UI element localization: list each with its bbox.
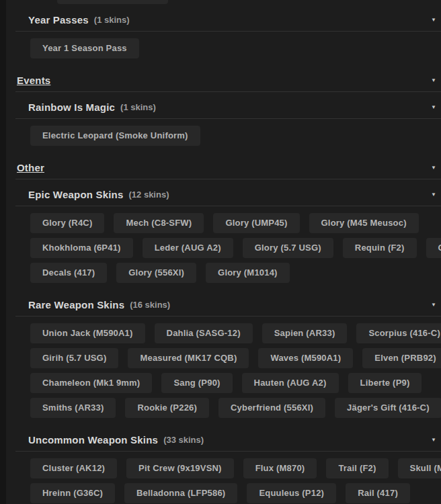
section-skin-count: (33 skins): [163, 435, 204, 445]
skin-button-group: Union Jack (M590A1)Dahlia (SASG-12)Sapie…: [6, 323, 441, 418]
skin-button-flux-m870[interactable]: Flux (M870): [243, 458, 317, 478]
skin-button-glory-ump45[interactable]: Glory (UMP45): [213, 213, 299, 233]
skin-button-scorpius-416-c[interactable]: Scorpius (416-C): [356, 323, 441, 343]
skin-button-group: Electric Leopard (Smoke Uniform): [6, 126, 441, 146]
skin-row: Cluster (AK12)Pit Crew (9x19VSN)Flux (M8…: [30, 458, 441, 478]
section-divider: [15, 179, 441, 179]
section-skin-count: (12 skins): [129, 190, 169, 200]
section-year-passes: Year Passes(1 skins)▼Year 1 Season Pass: [6, 14, 441, 58]
skin-row: Year 1 Season Pass: [30, 38, 441, 58]
chevron-down-icon[interactable]: ▼: [431, 105, 436, 110]
skin-button-glory-5-7-usg[interactable]: Glory (5.7 USG): [243, 238, 333, 258]
cut-off-skin-button[interactable]: [57, 0, 168, 4]
section-events: Events▼: [6, 75, 441, 92]
skin-button-khokhloma-6p41[interactable]: Khokhloma (6P41): [30, 238, 133, 258]
skin-button-year-1-season-pass[interactable]: Year 1 Season Pass: [30, 38, 139, 58]
skin-button-sapien-ar33[interactable]: Sapien (AR33): [262, 323, 348, 343]
skin-row: Glory (R4C)Mech (C8-SFW)Glory (UMP45)Glo…: [30, 213, 441, 233]
skin-button-glory-g36c[interactable]: Glory (G36C): [426, 238, 441, 258]
section-header-epic-weapon-skins[interactable]: Epic Weapon Skins(12 skins)▼: [6, 189, 441, 200]
skin-button-belladonna-lfp586[interactable]: Belladonna (LFP586): [124, 483, 237, 503]
skin-row: Girih (5.7 USG)Measured (MK17 CQB)Waves …: [30, 348, 441, 368]
section-divider: [15, 206, 441, 206]
section-title: Year Passes: [28, 14, 89, 26]
skin-row: Khokhloma (6P41)Leder (AUG A2)Glory (5.7…: [30, 238, 441, 258]
skin-button-cyberfriend-556xi[interactable]: Cyberfriend (556XI): [218, 398, 325, 418]
skin-button-liberte-p9[interactable]: Liberte (P9): [348, 373, 422, 393]
skin-button-smiths-ar33[interactable]: Smiths (AR33): [30, 398, 116, 418]
skin-button-equuleus-p12[interactable]: Equuleus (P12): [247, 483, 336, 503]
section-skin-count: (16 skins): [130, 300, 170, 310]
skin-button-group: Cluster (AK12)Pit Crew (9x19VSN)Flux (M8…: [6, 458, 441, 503]
section-uncommon-weapon-skins: Uncommon Weapon Skins(33 skins)▼Cluster …: [6, 434, 441, 503]
skin-button-requin-f2[interactable]: Requin (F2): [343, 238, 417, 258]
section-title: Rainbow Is Magic: [28, 101, 115, 113]
skin-button-leder-aug-a2[interactable]: Leder (AUG A2): [143, 238, 233, 258]
skin-button-measured-mk17-cqb[interactable]: Measured (MK17 CQB): [128, 348, 249, 368]
skin-button-glory-m45-meusoc[interactable]: Glory (M45 Meusoc): [309, 213, 419, 233]
skin-row: Union Jack (M590A1)Dahlia (SASG-12)Sapie…: [30, 323, 441, 343]
section-divider: [15, 316, 441, 317]
section-rare-weapon-skins: Rare Weapon Skins(16 skins)▼Union Jack (…: [6, 299, 441, 418]
section-title: Other: [17, 162, 44, 173]
section-header-year-passes[interactable]: Year Passes(1 skins)▼: [6, 14, 441, 26]
section-header-rainbow-is-magic[interactable]: Rainbow Is Magic(1 skins)▼: [6, 101, 441, 113]
skin-button-rail-417[interactable]: Rail (417): [346, 483, 410, 503]
skin-button-group: Year 1 Season Pass: [6, 38, 441, 58]
skin-row: Electric Leopard (Smoke Uniform): [30, 126, 441, 146]
skin-button-pit-crew-9x19vsn[interactable]: Pit Crew (9x19VSN): [126, 458, 234, 478]
skin-button-skull-mp5[interactable]: Skull (MP5): [398, 458, 441, 478]
section-divider: [15, 31, 441, 32]
skin-button-hreinn-g36c[interactable]: Hreinn (G36C): [30, 483, 115, 503]
skin-sections: Year Passes(1 skins)▼Year 1 Season PassE…: [6, 14, 441, 503]
chevron-down-icon[interactable]: ▼: [431, 78, 436, 83]
chevron-down-icon[interactable]: ▼: [431, 302, 436, 308]
skin-button-girih-5-7-usg[interactable]: Girih (5.7 USG): [30, 348, 118, 368]
skin-button-union-jack-m590a1[interactable]: Union Jack (M590A1): [30, 323, 145, 343]
section-rainbow-is-magic: Rainbow Is Magic(1 skins)▼Electric Leopa…: [6, 101, 441, 146]
skin-button-glory-r4c[interactable]: Glory (R4C): [30, 213, 104, 233]
skin-button-hauten-aug-a2[interactable]: Hauten (AUG A2): [242, 373, 339, 393]
page-edge-strip: [0, 0, 6, 504]
skin-button-trail-f2[interactable]: Trail (F2): [326, 458, 388, 478]
skin-button-waves-m590a1[interactable]: Waves (M590A1): [258, 348, 353, 368]
section-epic-weapon-skins: Epic Weapon Skins(12 skins)▼Glory (R4C)M…: [6, 189, 441, 283]
skin-button-glory-556xi[interactable]: Glory (556XI): [116, 263, 196, 283]
skin-button-decals-417[interactable]: Decals (417): [30, 263, 107, 283]
chevron-down-icon[interactable]: ▼: [431, 17, 436, 23]
section-header-other[interactable]: Other▼: [6, 162, 441, 173]
section-divider: [15, 118, 441, 119]
skin-button-rookie-p226[interactable]: Rookie (P226): [125, 398, 209, 418]
skin-button-cluster-ak12[interactable]: Cluster (AK12): [30, 458, 117, 478]
section-header-rare-weapon-skins[interactable]: Rare Weapon Skins(16 skins)▼: [6, 299, 441, 310]
section-skin-count: (1 skins): [94, 15, 130, 25]
section-divider: [15, 91, 441, 92]
skin-button-j-ger-s-gift-416-c[interactable]: Jäger's Gift (416-C): [335, 398, 441, 418]
section-title: Events: [17, 75, 50, 86]
skin-button-mech-c8-sfw[interactable]: Mech (C8-SFW): [114, 213, 204, 233]
skin-row: Decals (417)Glory (556XI)Glory (M1014): [30, 263, 441, 283]
chevron-down-icon[interactable]: ▼: [431, 165, 436, 171]
skin-button-chameleon-mk1-9mm[interactable]: Chameleon (Mk1 9mm): [30, 373, 152, 393]
skin-row: Hreinn (G36C)Belladonna (LFP586)Equuleus…: [30, 483, 441, 503]
section-divider: [15, 451, 441, 452]
section-header-events[interactable]: Events▼: [6, 75, 441, 86]
section-header-uncommon-weapon-skins[interactable]: Uncommon Weapon Skins(33 skins)▼: [6, 434, 441, 446]
skin-row: Smiths (AR33)Rookie (P226)Cyberfriend (5…: [30, 398, 441, 418]
chevron-down-icon[interactable]: ▼: [431, 437, 436, 443]
skin-button-sang-p90[interactable]: Sang (P90): [161, 373, 232, 393]
skin-row: Chameleon (Mk1 9mm)Sang (P90)Hauten (AUG…: [30, 373, 441, 393]
section-title: Uncommon Weapon Skins: [28, 434, 158, 446]
section-title: Rare Weapon Skins: [28, 299, 124, 310]
skin-button-group: Glory (R4C)Mech (C8-SFW)Glory (UMP45)Glo…: [6, 213, 441, 283]
chevron-down-icon[interactable]: ▼: [431, 192, 436, 198]
section-title: Epic Weapon Skins: [28, 189, 124, 200]
skin-button-glory-m1014[interactable]: Glory (M1014): [206, 263, 290, 283]
section-other: Other▼: [6, 162, 441, 179]
skin-button-dahlia-sasg-12[interactable]: Dahlia (SASG-12): [155, 323, 253, 343]
section-skin-count: (1 skins): [120, 102, 156, 112]
skin-button-elven-prb92[interactable]: Elven (PRB92): [362, 348, 441, 368]
skin-button-electric-leopard-smoke-uniform[interactable]: Electric Leopard (Smoke Uniform): [30, 126, 200, 146]
